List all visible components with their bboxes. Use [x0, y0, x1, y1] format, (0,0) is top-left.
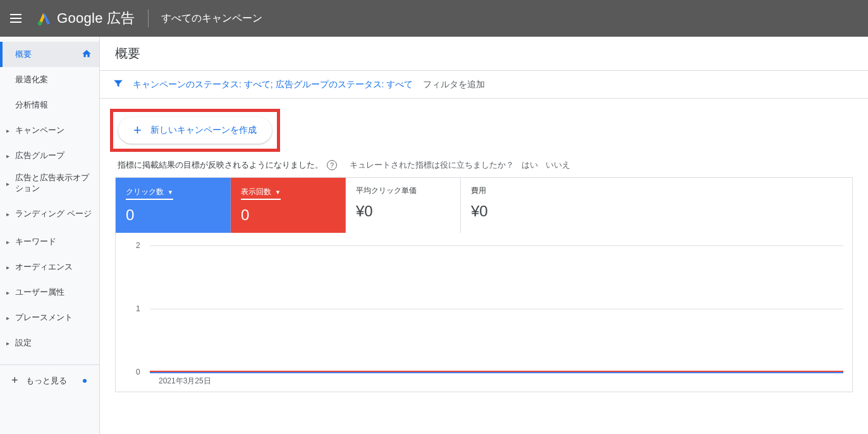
- filter-bar: キャンペーンのステータス: すべて; 広告グループのステータス: すべて フィル…: [100, 71, 868, 99]
- filter-status-link[interactable]: キャンペーンのステータス: すべて; 広告グループのステータス: すべて: [133, 79, 413, 90]
- sidebar-item-label: ランディング ページ: [15, 209, 92, 220]
- sidebar-item-label: ユーザー属性: [15, 287, 64, 298]
- sidebar-item-landing-pages[interactable]: ▸ランディング ページ: [0, 199, 99, 229]
- info-row: 指標に掲載結果の目標が反映されるようになりました。 ? キュレートされた指標は役…: [118, 159, 853, 171]
- metrics-row: クリック数▼ 0 表示回数▼ 0 平均クリック単価 ¥0 費用 ¥0: [115, 177, 853, 233]
- caret-right-icon: ▸: [6, 127, 9, 134]
- svg-point-0: [38, 22, 42, 25]
- notification-dot-icon: [83, 379, 87, 383]
- sidebar-item-label: 設定: [15, 337, 32, 349]
- sidebar-item-overview[interactable]: 概要: [0, 42, 99, 67]
- metric-label: 表示回数: [241, 187, 271, 197]
- create-campaign-label: 新しいキャンペーンを作成: [150, 125, 257, 136]
- sidebar-item-label: 概要: [15, 49, 32, 60]
- sidebar-item-label: 最適化案: [15, 74, 48, 85]
- brand-text: Google 広告: [57, 9, 135, 28]
- feedback-yes-button[interactable]: はい: [522, 159, 538, 171]
- plus-icon: +: [11, 374, 18, 387]
- sidebar-item-adgroups[interactable]: ▸広告グループ: [0, 143, 99, 168]
- feedback-no-button[interactable]: いいえ: [546, 159, 570, 171]
- caret-right-icon: ▸: [6, 239, 9, 245]
- metric-cost[interactable]: 費用 ¥0: [461, 178, 576, 233]
- add-filter-button[interactable]: フィルタを追加: [423, 79, 485, 90]
- info-text: 指標に掲載結果の目標が反映されるようになりました。: [118, 159, 323, 171]
- sidebar-item-settings[interactable]: ▸設定: [0, 330, 99, 356]
- x-axis-label: 2021年3月25日: [159, 376, 843, 387]
- help-icon[interactable]: ?: [327, 160, 337, 170]
- sidebar-item-label: 分析情報: [15, 99, 48, 111]
- sidebar: 概要 最適化案 分析情報 ▸キャンペーン ▸広告グループ ▸広告と広告表示オプシ…: [0, 37, 100, 434]
- metric-clicks[interactable]: クリック数▼ 0: [116, 178, 231, 233]
- metric-label: 平均クリック単価: [356, 185, 417, 196]
- header-divider: [148, 9, 149, 27]
- sidebar-item-campaigns[interactable]: ▸キャンペーン: [0, 118, 99, 143]
- sidebar-item-insights[interactable]: 分析情報: [0, 92, 99, 118]
- metric-impressions[interactable]: 表示回数▼ 0: [231, 178, 346, 233]
- sidebar-item-label: 広告グループ: [15, 150, 64, 161]
- filter-icon[interactable]: [113, 78, 124, 91]
- sidebar-item-recommendations[interactable]: 最適化案: [0, 67, 99, 92]
- app-header: Google 広告 すべてのキャンペーン: [0, 0, 868, 37]
- page-title: 概要: [115, 45, 140, 62]
- create-campaign-button[interactable]: + 新しいキャンペーンを作成: [118, 117, 272, 144]
- sidebar-item-label: オーディエンス: [15, 261, 73, 273]
- sidebar-more-button[interactable]: + もっと見る: [0, 364, 99, 396]
- metric-label: 費用: [471, 185, 486, 196]
- home-icon: [82, 49, 92, 61]
- feedback-question: キュレートされた指標は役に立ちましたか？: [350, 159, 514, 171]
- sidebar-item-label: キーワード: [15, 236, 56, 247]
- caret-right-icon: ▸: [6, 289, 9, 296]
- caret-right-icon: ▸: [6, 180, 9, 187]
- metric-value: 0: [126, 206, 220, 224]
- caret-right-icon: ▸: [6, 340, 9, 347]
- main-content: 概要 キャンペーンのステータス: すべて; 広告グループのステータス: すべて …: [100, 37, 868, 434]
- metric-avg-cpc[interactable]: 平均クリック単価 ¥0: [346, 178, 461, 233]
- chart-area: 2 1 0: [150, 245, 843, 372]
- page-title-row: 概要: [100, 37, 868, 71]
- hamburger-icon[interactable]: [10, 11, 25, 26]
- chevron-down-icon: ▼: [275, 189, 281, 195]
- chevron-down-icon: ▼: [168, 189, 173, 195]
- series-clicks-line: [150, 372, 843, 373]
- y-tick-label: 1: [136, 304, 140, 313]
- google-ads-logo-icon: [37, 11, 52, 26]
- caret-right-icon: ▸: [6, 211, 9, 218]
- metric-value: ¥0: [471, 202, 566, 220]
- breadcrumb[interactable]: すべてのキャンペーン: [161, 12, 262, 25]
- metric-label: クリック数: [126, 187, 164, 197]
- sidebar-item-keywords[interactable]: ▸キーワード: [0, 229, 99, 254]
- caret-right-icon: ▸: [6, 314, 9, 321]
- sidebar-item-ads-extensions[interactable]: ▸広告と広告表示オプション: [0, 168, 99, 199]
- metric-value: ¥0: [356, 202, 450, 220]
- metric-value: 0: [241, 206, 335, 224]
- sidebar-item-label: キャンペーン: [15, 125, 64, 136]
- sidebar-item-demographics[interactable]: ▸ユーザー属性: [0, 280, 99, 305]
- y-tick-label: 2: [136, 241, 140, 250]
- sidebar-more-label: もっと見る: [26, 375, 67, 387]
- sidebar-item-placements[interactable]: ▸プレースメント: [0, 305, 99, 330]
- y-tick-label: 0: [136, 368, 140, 376]
- sidebar-item-audiences[interactable]: ▸オーディエンス: [0, 254, 99, 280]
- caret-right-icon: ▸: [6, 152, 9, 159]
- sidebar-item-label: 広告と広告表示オプション: [15, 173, 92, 194]
- chart-container: 2 1 0 2021年3月25日: [115, 233, 853, 392]
- sidebar-item-label: プレースメント: [15, 312, 73, 323]
- highlight-box: + 新しいキャンペーンを作成: [110, 109, 280, 152]
- plus-icon: +: [133, 123, 142, 137]
- caret-right-icon: ▸: [6, 264, 9, 271]
